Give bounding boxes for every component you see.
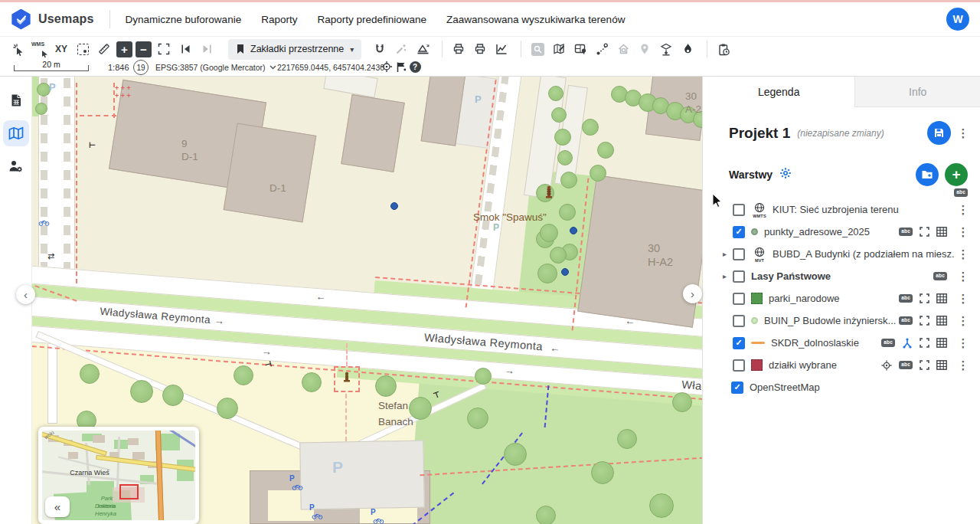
attribute-table-icon[interactable] bbox=[936, 338, 947, 348]
zoom-out-button[interactable]: − bbox=[136, 41, 152, 57]
search-view-icon-disabled[interactable] bbox=[528, 40, 547, 58]
layer-menu-button[interactable]: ⋮ bbox=[957, 359, 969, 372]
map-view-icon[interactable] bbox=[3, 120, 29, 146]
collapse-right-arrow-button[interactable]: › bbox=[683, 284, 702, 303]
labels-toggle-icon[interactable]: abc bbox=[899, 294, 913, 303]
export-layers-icon[interactable] bbox=[657, 40, 675, 58]
menu-raporty-predefiniowane[interactable]: Raporty predefiniowane bbox=[317, 14, 426, 25]
layer-menu-button[interactable]: ⋮ bbox=[957, 203, 969, 217]
terrain-profile-icon[interactable] bbox=[413, 40, 432, 58]
map-flag-icon[interactable] bbox=[394, 60, 408, 74]
overview-map[interactable]: Czarna Wieś Park imieniaDoktoraHenryka w… bbox=[38, 427, 199, 524]
layer-row-parki[interactable]: ✓ parki_narodowe abc ⋮ bbox=[703, 287, 980, 309]
layer-checkbox[interactable]: ✓ bbox=[733, 270, 745, 283]
target-icon[interactable] bbox=[881, 360, 892, 371]
zoom-to-layer-icon[interactable] bbox=[920, 227, 929, 237]
footpath-dashed bbox=[346, 343, 348, 366]
print-series-icon[interactable] bbox=[471, 40, 489, 58]
layer-menu-button[interactable]: ⋮ bbox=[957, 336, 969, 350]
layer-row-osm[interactable]: ✓ OpenStreetMap bbox=[703, 376, 980, 398]
menu-zaawansowana-wyszukiwarka[interactable]: Zaawansowana wyszukiwarka terenów bbox=[446, 14, 625, 25]
center-target-icon[interactable] bbox=[380, 60, 394, 74]
layers-settings-icon[interactable] bbox=[779, 167, 792, 182]
previous-view-icon[interactable] bbox=[176, 40, 194, 58]
zoom-to-layer-icon[interactable] bbox=[920, 293, 929, 303]
attribute-table-icon[interactable] bbox=[936, 293, 947, 303]
select-by-marker-icon[interactable] bbox=[74, 40, 92, 58]
layer-row-buin[interactable]: ✓ BUIN_P Budowle inżyniersk... abc ⋮ bbox=[703, 309, 980, 332]
next-view-icon[interactable] bbox=[198, 40, 216, 58]
save-project-button[interactable] bbox=[927, 121, 951, 145]
layer-menu-button[interactable]: ⋮ bbox=[957, 247, 969, 261]
attribute-table-icon[interactable] bbox=[936, 316, 947, 326]
layer-checkbox[interactable]: ✓ bbox=[731, 382, 743, 394]
add-layer-button[interactable]: + bbox=[945, 163, 968, 186]
layer-row-bubd[interactable]: ▸ ✓ MVT BUBD_A Budynki (z podziałem na m… bbox=[703, 243, 980, 265]
labels-toggle-icon[interactable]: abc bbox=[899, 228, 913, 236]
select-features-icon[interactable] bbox=[9, 40, 28, 58]
usemaps-logo-icon[interactable] bbox=[11, 9, 31, 30]
measure-ruler-icon[interactable] bbox=[95, 40, 113, 58]
layer-checkbox[interactable]: ✓ bbox=[733, 226, 745, 238]
add-group-button[interactable] bbox=[916, 163, 939, 186]
location-pin-icon-disabled[interactable] bbox=[635, 40, 654, 58]
layer-menu-button[interactable]: ⋮ bbox=[957, 225, 969, 239]
layer-row-skdr[interactable]: ✓ SKDR_dolnoslaskie abc ⋮ bbox=[703, 332, 980, 354]
collapse-left-arrow-button[interactable]: ‹ bbox=[16, 285, 35, 304]
menu-raporty[interactable]: Raporty bbox=[261, 14, 297, 25]
layer-menu-button[interactable]: ⋮ bbox=[957, 314, 969, 328]
topology-icon[interactable] bbox=[902, 338, 913, 349]
user-settings-icon[interactable] bbox=[3, 153, 29, 179]
map-layout-pin-icon[interactable] bbox=[571, 40, 590, 58]
layer-row-punkty-adresowe[interactable]: ✓ punkty_adresowe_2025 abc ⋮ bbox=[703, 221, 980, 243]
expand-icon[interactable]: ▸ bbox=[723, 250, 733, 258]
zoom-to-layer-icon[interactable] bbox=[920, 316, 929, 326]
layer-menu-button[interactable]: ⋮ bbox=[957, 292, 969, 306]
project-menu-button[interactable]: ⋮ bbox=[957, 126, 969, 140]
spatial-bookmarks-button[interactable]: Zakładki przestrzenne ▾ bbox=[228, 39, 361, 60]
layer-row-kiut[interactable]: ✓ WMTS KIUT: Sieć uzbrojenia terenu ⋮ bbox=[703, 198, 980, 221]
labels-toggle-icon[interactable]: abc bbox=[899, 316, 913, 325]
layer-checkbox[interactable]: ✓ bbox=[733, 315, 745, 327]
edit-wand-icon[interactable] bbox=[392, 40, 410, 58]
tab-legenda[interactable]: Legenda bbox=[703, 77, 854, 107]
layer-checkbox[interactable]: ✓ bbox=[733, 359, 745, 372]
reports-file-icon[interactable] bbox=[3, 87, 29, 113]
xy-coordinates-icon[interactable]: XY bbox=[52, 40, 70, 58]
history-clipboard-icon[interactable] bbox=[714, 40, 733, 58]
tab-info[interactable]: Info bbox=[854, 77, 980, 107]
home-search-icon-disabled[interactable] bbox=[614, 40, 632, 58]
snapping-magnet-icon[interactable] bbox=[371, 40, 389, 58]
attribute-table-icon[interactable] bbox=[936, 360, 947, 370]
flame-icon[interactable] bbox=[678, 40, 697, 58]
labels-toggle-icon[interactable]: abc bbox=[881, 339, 895, 347]
labels-toggle-icon[interactable]: abc bbox=[899, 361, 913, 369]
full-extent-icon[interactable] bbox=[155, 40, 173, 58]
projection-selector[interactable]: EPSG:3857 (Google Mercator) bbox=[155, 63, 276, 72]
layer-row-lasy[interactable]: ▸ ✓ Lasy Państwowe abc ⋮ bbox=[703, 265, 980, 287]
chart-icon[interactable] bbox=[492, 40, 511, 58]
layer-row-dzialki[interactable]: ✓ działki wybrane abc ⋮ bbox=[703, 354, 980, 376]
zoom-in-button[interactable]: + bbox=[116, 41, 132, 57]
menu-dynamiczne-buforowanie[interactable]: Dynamiczne buforowanie bbox=[126, 14, 242, 25]
layer-checkbox[interactable]: ✓ bbox=[733, 293, 745, 305]
help-icon[interactable]: ? bbox=[408, 60, 422, 74]
map-sketch-icon[interactable] bbox=[550, 40, 568, 58]
layer-menu-button[interactable]: ⋮ bbox=[957, 270, 969, 283]
layer-checkbox[interactable]: ✓ bbox=[733, 204, 745, 216]
minimap-collapse-button[interactable]: « bbox=[45, 496, 70, 517]
layer-checkbox[interactable]: ✓ bbox=[733, 248, 745, 260]
zoom-to-layer-icon[interactable] bbox=[920, 360, 929, 370]
wms-identify-icon[interactable]: WMS bbox=[31, 40, 49, 58]
labels-toggle-icon[interactable]: abc bbox=[933, 272, 947, 280]
map-canvas[interactable]: ← ← Władysława Reymonta → Władysława Rey… bbox=[32, 77, 702, 524]
layer-checkbox[interactable]: ✓ bbox=[733, 337, 745, 349]
viewport-rectangle[interactable] bbox=[119, 484, 139, 499]
expand-icon[interactable]: ▸ bbox=[723, 272, 733, 280]
user-avatar[interactable]: W bbox=[946, 8, 969, 31]
labels-toggle-icon[interactable]: abc bbox=[954, 188, 968, 197]
route-icon[interactable] bbox=[593, 40, 611, 58]
attribute-table-icon[interactable] bbox=[936, 227, 947, 237]
print-icon[interactable] bbox=[449, 40, 468, 58]
zoom-to-layer-icon[interactable] bbox=[920, 338, 929, 348]
